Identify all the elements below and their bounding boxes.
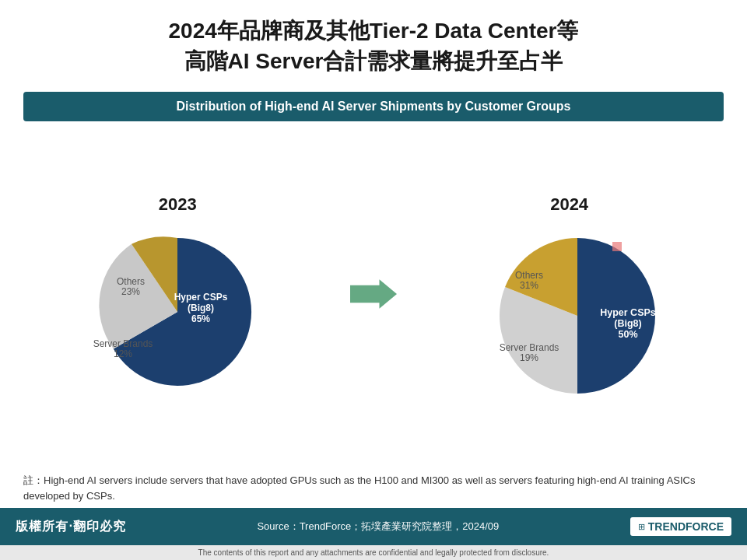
trendforce-logo: TRENDFORCE [648,520,724,533]
chart-header: Distribution of High-end AI Server Shipm… [23,92,724,121]
svg-text:65%: 65% [191,313,210,324]
disclaimer: The contents of this report and any atta… [0,545,747,560]
svg-text:Server Brands: Server Brands [499,342,559,353]
svg-text:Hyper CSPs: Hyper CSPs [600,307,656,318]
svg-text:Others: Others [515,270,543,281]
svg-text:19%: 19% [520,352,538,363]
chart-group-2023: 2023 [68,194,286,394]
arrow-container [346,255,401,333]
title-line2: 高階AI Server合計需求量將提升至占半 [31,46,716,76]
pie-2023: Hyper CSPs (Big8) 65% Others 23% Server … [68,222,286,394]
footer-logo-container: ⊞ TRENDFORCE [630,517,731,536]
title-line1: 2024年品牌商及其他Tier-2 Data Center等 [31,16,716,46]
pie-2024: Hyper CSPs (Big8) 50% Others 31% Server … [461,222,679,394]
year-2023-label: 2023 [159,194,197,215]
svg-text:(Big8): (Big8) [614,318,641,329]
chart-group-2024: 2024 [461,194,679,394]
svg-marker-7 [350,279,397,309]
svg-text:50%: 50% [618,329,637,340]
year-2024-label: 2024 [550,194,588,215]
footer-copyright: 版權所有‧翻印必究 [16,519,126,535]
svg-text:31%: 31% [520,280,538,291]
footer-source: Source：TrendForce；拓墣產業研究院整理，2024/09 [142,520,615,534]
svg-text:12%: 12% [114,348,132,359]
svg-text:Others: Others [117,276,145,287]
svg-rect-8 [612,242,622,251]
main-container: 2024年品牌商及其他Tier-2 Data Center等 高階AI Serv… [0,0,747,560]
title-section: 2024年品牌商及其他Tier-2 Data Center等 高階AI Serv… [0,0,747,84]
note-text: 註：High-end AI servers include servers th… [23,474,696,502]
svg-text:(Big8): (Big8) [188,303,214,313]
note-section: 註：High-end AI servers include servers th… [0,467,747,508]
footer: 版權所有‧翻印必究 Source：TrendForce；拓墣產業研究院整理，20… [0,508,747,545]
chart-container: Distribution of High-end AI Server Shipm… [0,84,747,467]
svg-text:Hyper CSPs: Hyper CSPs [174,292,228,303]
direction-arrow [350,275,397,313]
svg-text:Server Brands: Server Brands [93,338,153,349]
svg-text:23%: 23% [121,286,140,297]
title-text: 2024年品牌商及其他Tier-2 Data Center等 高階AI Serv… [31,16,716,76]
charts-area: 2023 [23,129,724,459]
